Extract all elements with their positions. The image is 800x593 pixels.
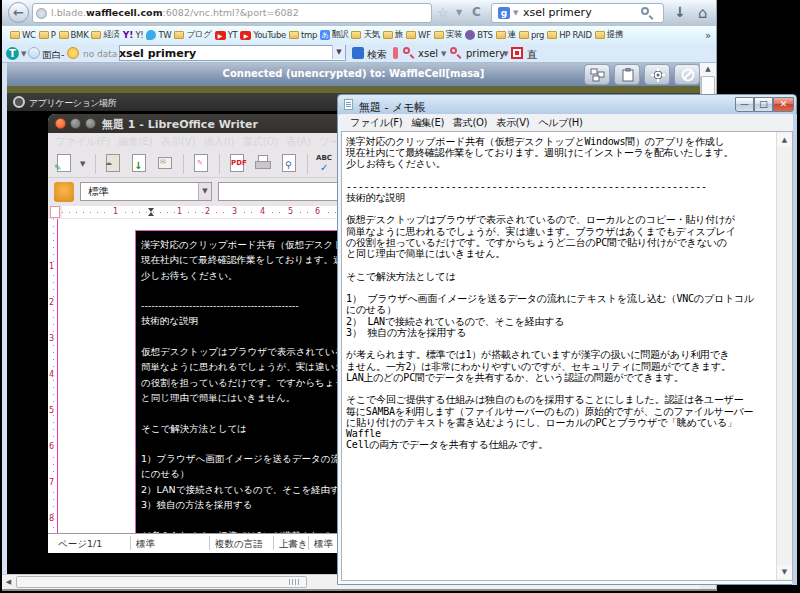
notepad-text[interactable]: 漢字対応のクリップボード共有（仮想デスクトップとWindows間）のアプリを作成… [342,132,776,580]
desktop-wallpaper-strip [7,86,700,93]
bookmark-item[interactable]: 連 [496,29,516,41]
quick-search-label-1[interactable]: xsel [418,48,438,59]
bookmark-item[interactable]: BTS [465,30,493,40]
save-icon[interactable]: ↓ [129,153,150,174]
toolbar-separator [307,154,308,174]
quick-search-icon-2[interactable] [450,47,463,60]
bookmark-item[interactable]: 実装 [434,29,462,41]
paragraph-style-combo[interactable]: 標準 ▼ [80,182,212,201]
bookmark-item[interactable]: prg [519,30,544,40]
addon-app-icon[interactable]: T [6,47,19,60]
paragraph-style-caret[interactable]: ▼ [198,183,211,200]
styles-icon[interactable] [54,182,74,202]
writer-minimize-button[interactable] [70,118,81,129]
vnc-settings-button[interactable] [644,64,670,85]
quick-search-icon-1[interactable] [403,47,416,60]
writer-menu-item[interactable]: 表示(V) [160,135,195,149]
search-engine-icon[interactable]: g [498,7,510,19]
writer-menu-item[interactable]: 挿入(I) [203,135,234,149]
addon-search-combo-value[interactable]: xsel primery [119,47,196,60]
addon-search-button-icon[interactable] [352,47,364,59]
addon-search-button[interactable]: 検索 [367,48,387,62]
direct-icon[interactable] [511,47,523,59]
addon-menu-label[interactable]: 面白- [42,49,64,62]
notepad-scrollbar-thumb[interactable] [777,148,792,233]
bookmark-item[interactable]: 提携 [595,29,623,41]
edit-icon[interactable]: ✎ [191,153,212,174]
notepad-menu-item[interactable]: 書式(O) [453,116,487,130]
bookmark-item[interactable]: 旅 [383,29,403,41]
search-engine-caret[interactable]: ▼ [513,9,518,17]
notepad-maximize-button[interactable]: □ [754,97,773,112]
panel-menu-places[interactable]: 場所 [99,97,116,110]
open-icon[interactable]: ☁ [103,153,124,174]
notepad-menu-item[interactable]: 表示(V) [496,116,529,130]
notepad-menu-item[interactable]: ヘルプ(H) [538,116,582,130]
bookmark-item[interactable]: ブログ [174,29,211,41]
search-go-icon[interactable] [641,7,655,21]
reload-icon[interactable]: C [472,5,481,19]
text-line: Waffle [346,428,776,439]
bookmark-item[interactable]: WF [406,30,431,40]
scroll-left-arrow[interactable]: ◀ [2,575,15,589]
bookmark-item[interactable]: あ翻訳 [320,29,348,41]
vertical-ruler[interactable]: 12345678 [48,219,58,533]
downloads-icon[interactable]: ↓ [674,4,686,20]
bookmarks-overflow-chevron[interactable]: » [705,30,711,41]
quick-search-caret-1[interactable]: ▼ [441,50,446,58]
horizontal-scrollbar-thumb[interactable] [16,576,307,588]
bookmark-item[interactable]: Y!Y! [123,30,144,40]
notepad-menu-item[interactable]: 編集(E) [411,116,444,130]
notepad-scroll-up-arrow[interactable]: ▲ [777,133,792,147]
quick-search-label-2[interactable]: primery [466,48,505,59]
bookmark-item[interactable]: 天気 [351,29,379,41]
notepad-close-button[interactable]: ✕ [773,97,794,112]
vnc-windows-button[interactable] [584,64,610,85]
bookmark-star-icon[interactable]: ☆ [437,5,449,20]
quick-search-caret-2[interactable]: ▼ [503,50,508,58]
hruler-number: 6 [313,207,322,216]
writer-close-button[interactable] [55,118,66,129]
search-value[interactable]: xsel primery [523,6,592,19]
bookmark-item[interactable]: WC [10,30,36,40]
writer-menu-item[interactable]: ファイル(F) [55,135,110,149]
bookmark-item[interactable]: TW [146,30,171,40]
new-document-icon[interactable]: ✎ [54,153,75,174]
bookmark-item[interactable]: HP RAID [547,30,592,40]
url-dropdown-caret[interactable]: ▼ [456,8,462,17]
panel-menu-applications[interactable]: アプリケーション [29,97,99,110]
writer-menu-item[interactable]: 編集(E) [118,135,152,149]
bookmark-item[interactable]: ▶YT [215,30,238,40]
gnome-logo-icon[interactable] [13,96,25,108]
direct-label[interactable]: 直 [527,48,537,62]
notepad-scroll-down-arrow[interactable]: ▼ [777,565,792,579]
writer-menu-item[interactable]: 書式(O) [242,135,278,149]
export-pdf-icon[interactable]: PDF [227,153,248,174]
back-button[interactable]: ← [8,2,29,23]
bookmark-item[interactable]: P [39,30,56,40]
ruler-margin-marker[interactable] [148,208,155,216]
addon-app-caret[interactable]: ▼ [21,50,26,58]
new-document-caret[interactable]: ▼ [80,160,88,168]
bookmark-item[interactable]: ▶YouTube [240,30,285,40]
bookmark-item[interactable]: BMK [59,30,89,40]
print-preview-icon[interactable]: ⚲ [279,153,300,174]
site-identity-icon[interactable] [36,8,47,19]
home-icon[interactable]: ⌂ [698,4,708,22]
notepad-menu-item[interactable]: ファイル(F) [350,116,402,130]
email-icon[interactable]: ✉ [155,153,176,174]
bookmark-label: P [51,30,56,40]
addon-search-combo-caret[interactable]: ▼ [332,45,345,59]
vnc-clipboard-button[interactable] [614,64,640,85]
bookmark-item[interactable]: tmp [289,30,317,40]
writer-maximize-button[interactable] [85,118,96,129]
notepad-minimize-button[interactable]: — [735,97,754,112]
addon-circle-icon[interactable] [28,47,40,59]
bookmark-item[interactable]: 経済 [91,29,119,41]
addon-face-icon[interactable] [67,47,79,59]
vnc-disconnect-button[interactable] [674,64,700,85]
print-icon[interactable] [253,153,274,174]
spellcheck-icon[interactable]: ABC✓ [315,153,336,174]
scroll-up-arrow[interactable]: ▲ [700,63,716,76]
writer-menu-item[interactable]: 表(A) [286,135,311,149]
